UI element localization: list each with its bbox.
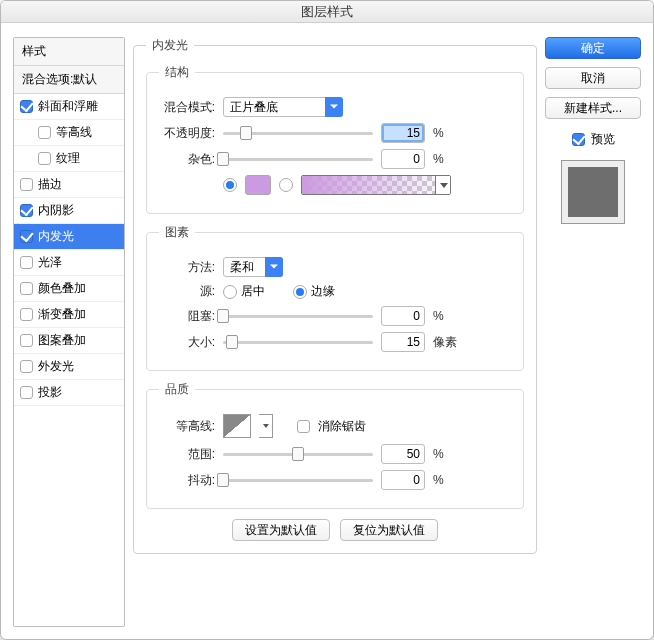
range-input[interactable] bbox=[381, 444, 425, 464]
preview-checkbox[interactable] bbox=[572, 133, 585, 146]
style-row[interactable]: 投影 bbox=[14, 380, 124, 406]
style-row[interactable]: 纹理 bbox=[14, 146, 124, 172]
opacity-unit: % bbox=[433, 126, 461, 140]
opacity-input[interactable] bbox=[381, 123, 425, 143]
blend-mode-select-wrap: 正片叠底 bbox=[223, 97, 343, 117]
choke-slider[interactable] bbox=[223, 309, 373, 323]
elements-title: 图素 bbox=[159, 224, 195, 241]
contour-picker[interactable] bbox=[223, 414, 251, 438]
choke-unit: % bbox=[433, 309, 461, 323]
opacity-label: 不透明度: bbox=[159, 125, 215, 142]
source-center-radio[interactable]: 居中 bbox=[223, 283, 265, 300]
size-slider[interactable] bbox=[223, 335, 373, 349]
dialog-actions: 确定 取消 新建样式... 预览 bbox=[545, 37, 641, 627]
style-row[interactable]: 光泽 bbox=[14, 250, 124, 276]
range-label: 范围: bbox=[159, 446, 215, 463]
style-label: 投影 bbox=[38, 384, 62, 401]
ok-button[interactable]: 确定 bbox=[545, 37, 641, 59]
style-row[interactable]: 等高线 bbox=[14, 120, 124, 146]
gradient-picker[interactable] bbox=[301, 175, 451, 195]
structure-group: 结构 混合模式: 正片叠底 不透明度: % bbox=[146, 64, 524, 214]
noise-unit: % bbox=[433, 152, 461, 166]
style-checkbox[interactable] bbox=[20, 204, 33, 217]
reset-default-button[interactable]: 复位为默认值 bbox=[340, 519, 438, 541]
style-row[interactable]: 描边 bbox=[14, 172, 124, 198]
jitter-label: 抖动: bbox=[159, 472, 215, 489]
source-edge-radio[interactable]: 边缘 bbox=[293, 283, 335, 300]
style-row[interactable]: 颜色叠加 bbox=[14, 276, 124, 302]
style-label: 图案叠加 bbox=[38, 332, 86, 349]
style-checkbox[interactable] bbox=[20, 282, 33, 295]
style-checkbox[interactable] bbox=[20, 308, 33, 321]
style-label: 等高线 bbox=[56, 124, 92, 141]
preview-swatch bbox=[561, 160, 625, 224]
contour-label: 等高线: bbox=[159, 418, 215, 435]
cancel-button[interactable]: 取消 bbox=[545, 67, 641, 89]
size-unit: 像素 bbox=[433, 334, 461, 351]
style-checkbox[interactable] bbox=[20, 178, 33, 191]
style-label: 纹理 bbox=[56, 150, 80, 167]
dialog-content: 样式 混合选项:默认 斜面和浮雕等高线纹理描边内阴影内发光光泽颜色叠加渐变叠加图… bbox=[1, 23, 653, 639]
color-swatch[interactable] bbox=[245, 175, 271, 195]
style-checkbox[interactable] bbox=[38, 126, 51, 139]
style-row[interactable]: 内发光 bbox=[14, 224, 124, 250]
quality-title: 品质 bbox=[159, 381, 195, 398]
blend-mode-label: 混合模式: bbox=[159, 99, 215, 116]
styles-sidebar: 样式 混合选项:默认 斜面和浮雕等高线纹理描边内阴影内发光光泽颜色叠加渐变叠加图… bbox=[13, 37, 125, 627]
style-label: 光泽 bbox=[38, 254, 62, 271]
style-label: 斜面和浮雕 bbox=[38, 98, 98, 115]
style-checkbox[interactable] bbox=[20, 256, 33, 269]
noise-slider[interactable] bbox=[223, 152, 373, 166]
style-checkbox[interactable] bbox=[20, 230, 33, 243]
style-checkbox[interactable] bbox=[20, 386, 33, 399]
antialias-label: 消除锯齿 bbox=[318, 418, 366, 435]
style-label: 内阴影 bbox=[38, 202, 74, 219]
style-checkbox[interactable] bbox=[20, 360, 33, 373]
elements-group: 图素 方法: 柔和 源: 居中 边缘 bbox=[146, 224, 524, 371]
style-label: 外发光 bbox=[38, 358, 74, 375]
jitter-input[interactable] bbox=[381, 470, 425, 490]
make-default-button[interactable]: 设置为默认值 bbox=[232, 519, 330, 541]
window-title: 图层样式 bbox=[1, 1, 653, 23]
layer-style-dialog: 图层样式 样式 混合选项:默认 斜面和浮雕等高线纹理描边内阴影内发光光泽颜色叠加… bbox=[0, 0, 654, 640]
technique-label: 方法: bbox=[159, 259, 215, 276]
contour-dropdown-icon[interactable] bbox=[259, 414, 273, 438]
color-radio[interactable] bbox=[223, 178, 237, 192]
style-row[interactable]: 外发光 bbox=[14, 354, 124, 380]
inner-glow-group: 内发光 结构 混合模式: 正片叠底 不透明度: bbox=[133, 37, 537, 554]
jitter-unit: % bbox=[433, 473, 461, 487]
styles-header[interactable]: 样式 bbox=[14, 38, 124, 66]
blend-mode-select[interactable]: 正片叠底 bbox=[223, 97, 343, 117]
noise-label: 杂色: bbox=[159, 151, 215, 168]
opacity-slider[interactable] bbox=[223, 126, 373, 140]
style-label: 内发光 bbox=[38, 228, 74, 245]
style-row[interactable]: 斜面和浮雕 bbox=[14, 94, 124, 120]
style-row[interactable]: 内阴影 bbox=[14, 198, 124, 224]
style-row[interactable]: 图案叠加 bbox=[14, 328, 124, 354]
style-checkbox[interactable] bbox=[20, 334, 33, 347]
choke-label: 阻塞: bbox=[159, 308, 215, 325]
antialias-checkbox[interactable] bbox=[297, 420, 310, 433]
jitter-slider[interactable] bbox=[223, 473, 373, 487]
blend-options-header[interactable]: 混合选项:默认 bbox=[14, 66, 124, 94]
technique-select[interactable]: 柔和 bbox=[223, 257, 283, 277]
gradient-radio[interactable] bbox=[279, 178, 293, 192]
effect-settings: 内发光 结构 混合模式: 正片叠底 不透明度: bbox=[133, 37, 537, 627]
group-title: 内发光 bbox=[146, 37, 194, 54]
style-row[interactable]: 渐变叠加 bbox=[14, 302, 124, 328]
style-label: 渐变叠加 bbox=[38, 306, 86, 323]
quality-group: 品质 等高线: 消除锯齿 范围: % 抖 bbox=[146, 381, 524, 509]
structure-title: 结构 bbox=[159, 64, 195, 81]
style-checkbox[interactable] bbox=[20, 100, 33, 113]
size-label: 大小: bbox=[159, 334, 215, 351]
preview-label: 预览 bbox=[591, 131, 615, 148]
noise-input[interactable] bbox=[381, 149, 425, 169]
style-label: 颜色叠加 bbox=[38, 280, 86, 297]
source-label: 源: bbox=[159, 283, 215, 300]
technique-select-wrap: 柔和 bbox=[223, 257, 283, 277]
size-input[interactable] bbox=[381, 332, 425, 352]
choke-input[interactable] bbox=[381, 306, 425, 326]
new-style-button[interactable]: 新建样式... bbox=[545, 97, 641, 119]
range-slider[interactable] bbox=[223, 447, 373, 461]
style-checkbox[interactable] bbox=[38, 152, 51, 165]
